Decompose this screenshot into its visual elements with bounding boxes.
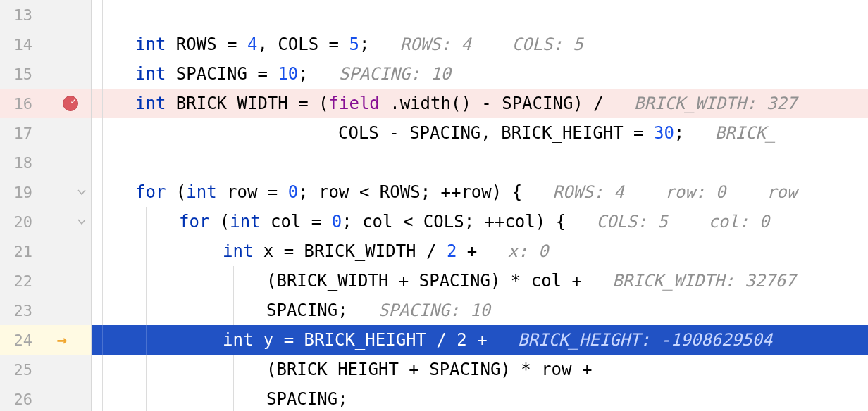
indent [92,296,266,325]
gutter-icons [35,148,91,177]
code-text: int ROWS = 4, COLS = 5; ROWS: 4 COLS: 5 [135,34,583,54]
line-number: 15 [0,65,35,83]
gutter-row[interactable]: 22 [0,266,91,296]
gutter-row[interactable]: 20 [0,207,91,236]
gutter-row[interactable]: 24 → [0,325,91,355]
gutter-row[interactable]: 26 [0,384,91,411]
code-text: for (int row = 0; row < ROWS; ++row) { R… [135,182,797,202]
code-line[interactable]: for (int row = 0; row < ROWS; ++row) { R… [92,177,868,207]
code-text: COLS - SPACING, BRICK_HEIGHT = 30; BRICK… [338,123,776,143]
gutter-icons [35,30,91,59]
code-line[interactable]: for (int col = 0; col < COLS; ++col) { C… [92,207,868,236]
line-number: 14 [0,36,35,53]
gutter-row[interactable]: 16 [0,89,91,118]
code-line[interactable] [92,0,868,30]
code-line[interactable]: SPACING; [92,384,868,411]
code-text: int y = BRICK_HEIGHT / 2 + BRICK_HEIGHT:… [223,330,772,350]
inline-hint: BRICK_ [684,123,776,143]
code-text: int SPACING = 10; SPACING: 10 [135,64,451,84]
inline-hint: SPACING: 10 [309,64,451,84]
code-line[interactable]: int BRICK_WIDTH = (field_.width() - SPAC… [92,89,868,118]
code-line[interactable] [92,148,868,177]
code-text: (BRICK_HEIGHT + SPACING) * row + [266,360,592,379]
code-line[interactable]: (BRICK_HEIGHT + SPACING) * row + [92,355,868,384]
gutter-row[interactable]: 25 [0,355,91,384]
inline-hint: SPACING: 10 [348,301,490,320]
inline-hint: BRICK_WIDTH: 32767 [582,271,795,291]
gutter-icons [35,177,91,207]
indent [92,236,223,266]
line-number: 21 [0,243,35,260]
gutter-icons [35,296,91,325]
code-line[interactable]: int ROWS = 4, COLS = 5; ROWS: 4 COLS: 5 [92,30,868,59]
gutter-row[interactable]: 23 [0,296,91,325]
line-number: 26 [0,391,35,408]
code-text: SPACING; SPACING: 10 [266,301,490,320]
line-number: 19 [0,184,35,201]
inline-hint: ROWS: 4 row: 0 row [522,182,797,202]
code-line[interactable]: COLS - SPACING, BRICK_HEIGHT = 30; BRICK… [92,118,868,148]
code-line[interactable]: (BRICK_WIDTH + SPACING) * col + BRICK_WI… [92,266,868,296]
gutter-icons [35,266,91,296]
inline-hint: BRICK_WIDTH: 327 [604,94,798,113]
gutter: 13 14 15 16 17 18 19 [0,0,92,411]
gutter-row[interactable]: 19 [0,177,91,207]
gutter-icons [35,118,91,148]
line-number: 18 [0,154,35,172]
breakpoint-icon[interactable] [63,96,78,111]
code-line-current-execution[interactable]: int y = BRICK_HEIGHT / 2 + BRICK_HEIGHT:… [92,325,868,355]
line-number: 20 [0,213,35,231]
code-text: int BRICK_WIDTH = (field_.width() - SPAC… [135,94,797,113]
gutter-icons [35,207,91,236]
code-text: (BRICK_WIDTH + SPACING) * col + BRICK_WI… [266,271,795,291]
indent [92,266,266,296]
code-area[interactable]: int ROWS = 4, COLS = 5; ROWS: 4 COLS: 5 … [92,0,868,411]
gutter-icons [35,355,91,384]
indent [92,207,179,236]
inline-hint: BRICK_HEIGHT: -1908629504 [488,330,773,350]
code-text: int x = BRICK_WIDTH / 2 + x: 0 [223,241,548,261]
code-text: for (int col = 0; col < COLS; ++col) { C… [179,212,769,232]
line-number: 13 [0,6,35,24]
indent [92,59,135,89]
gutter-icons [35,236,91,266]
gutter-icons [35,384,91,411]
line-number: 16 [0,95,35,113]
indent [92,384,266,411]
gutter-row[interactable]: 13 [0,0,91,30]
indent [92,325,223,355]
line-number: 25 [0,361,35,379]
indent [92,177,135,207]
code-line[interactable]: int SPACING = 10; SPACING: 10 [92,59,868,89]
code-line[interactable]: SPACING; SPACING: 10 [92,296,868,325]
gutter-icons [35,89,91,118]
fold-icon[interactable] [75,186,88,198]
indent [92,30,135,59]
gutter-row[interactable]: 17 [0,118,91,148]
line-number: 17 [0,125,35,142]
gutter-row[interactable]: 18 [0,148,91,177]
code-line[interactable]: int x = BRICK_WIDTH / 2 + x: 0 [92,236,868,266]
gutter-row[interactable]: 15 [0,59,91,89]
line-number: 22 [0,272,35,290]
inline-hint: x: 0 [477,241,548,261]
fold-icon[interactable] [75,215,88,228]
gutter-icons [35,0,91,30]
line-number: 24 [0,331,35,349]
indent [92,148,135,177]
inline-hint: COLS: 5 col: 0 [566,212,769,232]
gutter-icons: → [35,325,91,355]
indent [92,89,135,118]
execution-point-icon: → [57,331,67,348]
gutter-icons [35,59,91,89]
gutter-row[interactable]: 21 [0,236,91,266]
indent [92,118,338,148]
indent [92,0,135,30]
gutter-row[interactable]: 14 [0,30,91,59]
code-text: SPACING; [266,389,348,409]
line-number: 23 [0,302,35,320]
indent [92,355,266,384]
inline-hint: ROWS: 4 COLS: 5 [369,34,583,54]
code-editor: 13 14 15 16 17 18 19 [0,0,868,411]
